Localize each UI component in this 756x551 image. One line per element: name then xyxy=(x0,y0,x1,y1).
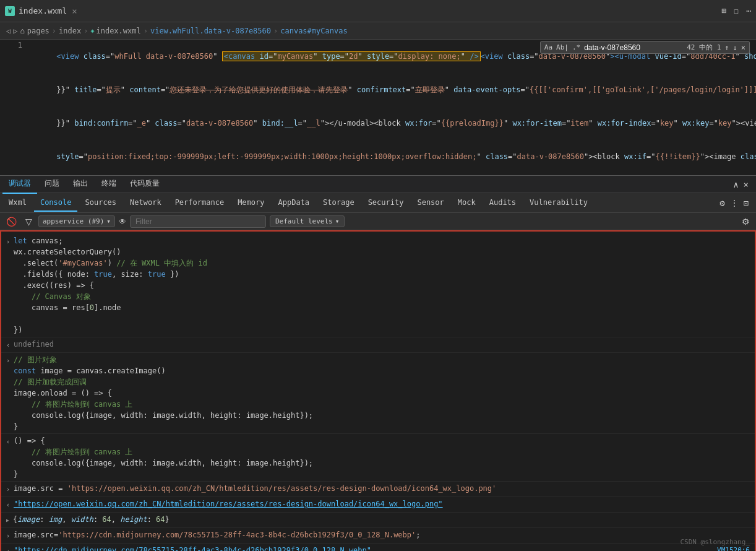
entry-text-3: // 图片对象 const image = canvas.createImage… xyxy=(14,354,750,432)
entry-text-2: undefined xyxy=(14,339,750,350)
bc-pages: pages xyxy=(27,27,49,35)
tab-storage[interactable]: Storage xyxy=(317,194,361,212)
console-settings-btn[interactable]: ⚙ xyxy=(739,215,752,228)
filter-input[interactable] xyxy=(130,215,266,228)
search-input[interactable] xyxy=(584,43,683,52)
tab-debugger[interactable]: 调试器 xyxy=(2,175,37,194)
tab-appdata[interactable]: AppData xyxy=(272,194,316,212)
entry-text-4: () => { // 将图片绘制到 canvas 上 console.log({… xyxy=(14,435,750,480)
console-entry-9: ‹ "https://cdn.midjourney.com/78c55715-2… xyxy=(1,544,755,551)
search-next-btn[interactable]: ↓ xyxy=(733,43,737,52)
bc-forward-btn[interactable]: ▷ xyxy=(13,27,17,35)
entry-text-5: image.src = 'https://open.weixin.qq.com/… xyxy=(14,483,750,494)
code-line-cont2: }}" bind:confirm="_e" class="data-v-087e… xyxy=(0,106,756,140)
tab-memory[interactable]: Memory xyxy=(231,194,270,212)
console-settings: ⚙ xyxy=(739,215,752,228)
tab-issues[interactable]: 问题 xyxy=(38,175,66,194)
watermark: CSDN @slongzhang_ xyxy=(680,538,750,546)
code-line-cont3: style="position:fixed;top:-999999px;left… xyxy=(0,140,756,173)
code-cont-1: }}" title="提示" content="您还未登录，为了给您提供更好的使… xyxy=(30,73,756,106)
window-controls: ⊞ ☐ ⋯ xyxy=(722,6,751,15)
tab-security[interactable]: Security xyxy=(362,194,410,212)
console-entry-5: › image.src = 'https://open.weixin.qq.co… xyxy=(1,482,755,497)
clear-console-btn[interactable]: 🚫 xyxy=(4,215,19,228)
line-number-blank4 xyxy=(5,173,22,176)
line-number-blank2 xyxy=(5,106,22,140)
settings-icon[interactable]: ⚙ xyxy=(719,198,724,208)
more-vert-icon[interactable]: ⋮ xyxy=(730,198,739,208)
tab-title: index.wxml xyxy=(19,6,67,15)
search-prev-btn[interactable]: ↑ xyxy=(724,43,729,52)
breadcrumb: ◁ ▷ ⌂ pages › index › ◈ index.wxml › vie… xyxy=(0,22,756,40)
tab-performance[interactable]: Performance xyxy=(169,194,230,212)
devtools-mode-tabs: 调试器 问题 输出 终端 代码质量 ∧ × xyxy=(0,176,756,193)
bc-home-btn[interactable]: ⌂ xyxy=(20,27,24,35)
bc-canvas: canvas#myCanvas xyxy=(280,27,347,35)
layout-icon[interactable]: ⊞ xyxy=(722,6,727,15)
code-line-cont4: data-v-087e8560" src="{{item}}" data-eve… xyxy=(0,173,756,176)
input-arrow-3[interactable]: › xyxy=(6,355,10,367)
search-overlay: Aa Ab| .* 42 中的 1 ↑ ↓ × xyxy=(540,41,750,54)
top-bar: W index.wxml × ⊞ ☐ ⋯ xyxy=(0,0,756,22)
bc-file: ◈ index.wxml xyxy=(90,27,140,35)
entry-text-9: "https://cdn.midjourney.com/78c55715-28f… xyxy=(14,545,717,551)
close-tab-button[interactable]: × xyxy=(72,6,77,16)
tab-terminal[interactable]: 终端 xyxy=(95,175,122,194)
code-cont-4: data-v-087e8560" src="{{item}}" data-eve… xyxy=(30,173,756,176)
line-number-blank xyxy=(5,73,22,106)
console-toolbar: 🚫 ▽ appservice (#9) ▾ 👁 Default levels ▾… xyxy=(0,213,756,230)
regex-icon[interactable]: .* xyxy=(572,43,580,51)
tab-audits[interactable]: Audits xyxy=(483,194,522,212)
input-arrow-8[interactable]: › xyxy=(6,531,10,542)
service-selector[interactable]: appservice (#9) ▾ xyxy=(38,215,115,227)
output-arrow-2: ‹ xyxy=(6,340,10,351)
tool-tab-icons: ⚙ ⋮ ⊡ xyxy=(719,198,754,208)
input-arrow-1[interactable]: › xyxy=(6,236,10,248)
chevron-up-icon[interactable]: ∧ xyxy=(733,180,738,189)
tab-console[interactable]: Console xyxy=(34,194,78,212)
dropdown-arrow-icon: ▾ xyxy=(106,217,111,225)
match-case-icon[interactable]: Aa xyxy=(544,43,552,51)
expand-arrow-7[interactable]: ▶ xyxy=(6,515,9,526)
window-icon[interactable]: ☐ xyxy=(734,6,739,15)
line-number: 1 xyxy=(5,40,22,73)
tab-mock[interactable]: Mock xyxy=(452,194,482,212)
code-line-cont: }}" title="提示" content="您还未登录，为了给您提供更好的使… xyxy=(0,73,756,106)
bc-back-btn[interactable]: ◁ xyxy=(6,27,11,35)
entry-text-1: let canvas; wx.createSelectorQuery() .se… xyxy=(14,235,750,336)
filter-toggle-btn[interactable]: ▽ xyxy=(23,215,35,228)
console-entry-6: ‹ "https://open.weixin.qq.com/zh_CN/html… xyxy=(1,497,755,513)
input-arrow-5[interactable]: › xyxy=(6,484,10,495)
output-arrow-9: ‹ xyxy=(6,546,10,551)
more-icon[interactable]: ⋯ xyxy=(746,6,751,15)
levels-label: Default levels xyxy=(275,217,333,225)
console-entry-4: ‹ () => { // 将图片绘制到 canvas 上 console.log… xyxy=(1,434,755,482)
tab-network[interactable]: Network xyxy=(124,194,168,212)
tab-vulnerability[interactable]: Vulnerability xyxy=(523,194,594,212)
output-arrow-4: ‹ xyxy=(6,436,10,448)
file-crumb-icon: ◈ xyxy=(90,27,94,34)
console-entry-8: › image.src='https://cdn.midjourney.com/… xyxy=(1,528,755,544)
eye-icon[interactable]: 👁 xyxy=(119,217,126,226)
dock-icon[interactable]: ⊡ xyxy=(744,198,749,208)
tab-wxml[interactable]: Wxml xyxy=(2,194,33,212)
search-close-btn[interactable]: × xyxy=(741,43,745,52)
devtools-icons: ∧ × xyxy=(733,180,754,189)
tool-tabs: Wxml Console Sources Network Performance… xyxy=(0,193,756,213)
close-devtools-icon[interactable]: × xyxy=(744,180,749,189)
levels-arrow-icon: ▾ xyxy=(335,217,340,225)
console-output: › let canvas; wx.createSelectorQuery() .… xyxy=(0,230,756,551)
bc-view: view.whFull.data-v-087e8560 xyxy=(150,27,271,35)
tab-output[interactable]: 输出 xyxy=(67,175,94,194)
output-arrow-6: ‹ xyxy=(6,500,10,511)
tab-code-quality[interactable]: 代码质量 xyxy=(124,175,166,194)
tab-sources[interactable]: Sources xyxy=(79,194,122,212)
bc-file-name: index.wxml xyxy=(96,27,140,35)
code-area: 1 <view class="whFull data-v-087e8560" <… xyxy=(0,40,756,176)
log-levels-btn[interactable]: Default levels ▾ xyxy=(270,215,345,227)
code-cont-3: style="position:fixed;top:-999999px;left… xyxy=(30,140,756,173)
tab-sensor[interactable]: Sensor xyxy=(411,194,450,212)
console-wrapper: › let canvas; wx.createSelectorQuery() .… xyxy=(0,230,756,551)
search-count: 42 中的 1 xyxy=(687,43,721,52)
whole-word-icon[interactable]: Ab| xyxy=(556,43,569,51)
